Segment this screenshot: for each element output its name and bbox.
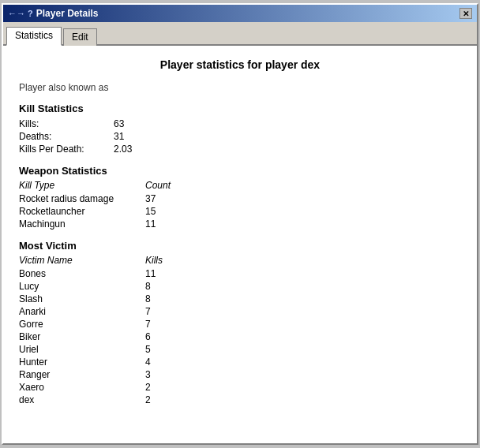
stat-kpd: Kills Per Death: 2.03	[19, 143, 461, 155]
tab-edit[interactable]: Edit	[63, 28, 97, 46]
kills-value: 63	[114, 118, 124, 129]
weapon-stats-heading: Weapon Statistics	[19, 165, 461, 177]
page-title: Player statistics for player dex	[19, 58, 461, 71]
victim-col2-header: Kills	[145, 255, 163, 266]
kpd-value: 2.03	[114, 144, 132, 155]
victim-col1-header: Victim Name	[19, 255, 145, 266]
victim-row-10: dex 2	[19, 394, 461, 406]
close-button[interactable]: ✕	[459, 8, 472, 19]
content-area: Player statistics for player dex Player …	[3, 46, 477, 443]
tab-bar: Statistics Edit	[3, 22, 477, 46]
victim-row-5: Biker 6	[19, 330, 461, 343]
kpd-label: Kills Per Death:	[19, 144, 114, 155]
stat-kills: Kills: 63	[19, 118, 461, 130]
most-victim-heading: Most Victim	[19, 240, 461, 252]
deaths-label: Deaths:	[19, 131, 114, 142]
main-window: ←→ ? Player Details ✕ Statistics Edit Pl…	[2, 3, 478, 445]
deaths-value: 31	[114, 131, 124, 142]
weapon-row-0-col1: Rocket radius damage	[19, 193, 145, 204]
also-known-as-label: Player also known as	[19, 82, 461, 93]
stat-deaths: Deaths: 31	[19, 130, 461, 143]
weapon-stats-section: Weapon Statistics Kill Type Count Rocket…	[19, 165, 461, 230]
victim-row-6: Uriel 5	[19, 343, 461, 356]
victim-row-1: Lucy 8	[19, 280, 461, 293]
victim-row-9: Xaero 2	[19, 381, 461, 394]
kills-label: Kills:	[19, 118, 114, 129]
weapon-row-2-col2: 11	[145, 218, 156, 230]
most-victim-section: Most Victim Victim Name Kills Bones 11 L…	[19, 240, 461, 406]
titlebar: ←→ ? Player Details ✕	[3, 5, 477, 22]
titlebar-title: Player Details	[36, 8, 99, 19]
weapon-row-2: Machingun 11	[19, 218, 461, 230]
titlebar-icons: ←→ ?	[8, 9, 33, 18]
weapon-row-0-col2: 37	[145, 193, 156, 204]
victim-row-4: Gorre 7	[19, 318, 461, 330]
victim-row-8: Ranger 3	[19, 368, 461, 381]
weapon-row-1-col1: Rocketlauncher	[19, 206, 145, 217]
victim-table-header: Victim Name Kills	[19, 255, 461, 266]
weapon-col1-header: Kill Type	[19, 180, 145, 191]
tab-statistics[interactable]: Statistics	[6, 27, 62, 46]
weapon-row-2-col1: Machingun	[19, 218, 145, 230]
weapon-table-header: Kill Type Count	[19, 180, 461, 191]
weapon-row-1: Rocketlauncher 15	[19, 205, 461, 218]
victim-row-7: Hunter 4	[19, 356, 461, 368]
victim-row-2: Slash 8	[19, 293, 461, 305]
weapon-row-0: Rocket radius damage 37	[19, 192, 461, 205]
titlebar-left: ←→ ? Player Details	[8, 8, 99, 19]
kill-stats-heading: Kill Statistics	[19, 103, 461, 114]
weapon-col2-header: Count	[145, 180, 171, 191]
victim-row-0: Bones 11	[19, 267, 461, 280]
victim-row-3: Anarki 7	[19, 305, 461, 318]
weapon-row-1-col2: 15	[145, 206, 156, 217]
kill-stats-section: Kill Statistics Kills: 63 Deaths: 31 Kil…	[19, 103, 461, 155]
